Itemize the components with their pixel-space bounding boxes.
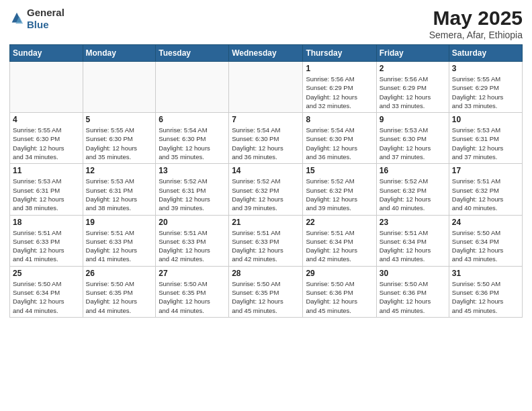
day-info: Sunrise: 5:55 AMSunset: 6:30 PMDaylight:… bbox=[86, 126, 153, 161]
calendar-cell: 3Sunrise: 5:55 AMSunset: 6:29 PMDaylight… bbox=[449, 62, 522, 113]
day-number: 30 bbox=[380, 269, 446, 278]
day-of-week-header: Saturday bbox=[449, 45, 522, 62]
day-number: 18 bbox=[13, 218, 80, 227]
calendar-week-row: 4Sunrise: 5:55 AMSunset: 6:30 PMDaylight… bbox=[10, 113, 523, 164]
subtitle: Semera, Afar, Ethiopia bbox=[429, 30, 523, 40]
day-info: Sunrise: 5:52 AMSunset: 6:31 PMDaylight:… bbox=[159, 177, 226, 212]
calendar-cell: 29Sunrise: 5:50 AMSunset: 6:36 PMDayligh… bbox=[303, 266, 376, 317]
day-number: 28 bbox=[232, 269, 300, 278]
day-info: Sunrise: 5:53 AMSunset: 6:31 PMDaylight:… bbox=[13, 177, 80, 212]
day-number: 2 bbox=[380, 64, 446, 73]
day-number: 14 bbox=[232, 166, 300, 175]
day-number: 17 bbox=[452, 166, 519, 175]
day-info: Sunrise: 5:51 AMSunset: 6:33 PMDaylight:… bbox=[13, 228, 80, 264]
day-info: Sunrise: 5:53 AMSunset: 6:31 PMDaylight:… bbox=[452, 126, 519, 161]
day-number: 16 bbox=[380, 166, 446, 175]
calendar-cell: 21Sunrise: 5:51 AMSunset: 6:33 PMDayligh… bbox=[229, 215, 303, 266]
calendar-cell: 12Sunrise: 5:53 AMSunset: 6:31 PMDayligh… bbox=[83, 164, 156, 215]
day-info: Sunrise: 5:50 AMSunset: 6:35 PMDaylight:… bbox=[232, 279, 300, 315]
calendar-cell bbox=[229, 62, 303, 113]
calendar-cell: 14Sunrise: 5:52 AMSunset: 6:32 PMDayligh… bbox=[229, 164, 303, 215]
calendar-week-row: 11Sunrise: 5:53 AMSunset: 6:31 PMDayligh… bbox=[10, 164, 523, 215]
day-number: 27 bbox=[159, 269, 226, 278]
main-title: May 2025 bbox=[429, 7, 523, 30]
day-info: Sunrise: 5:50 AMSunset: 6:35 PMDaylight:… bbox=[86, 279, 153, 315]
calendar-body: 1Sunrise: 5:56 AMSunset: 6:29 PMDaylight… bbox=[10, 62, 523, 318]
day-info: Sunrise: 5:52 AMSunset: 6:32 PMDaylight:… bbox=[306, 177, 373, 212]
calendar-cell: 1Sunrise: 5:56 AMSunset: 6:29 PMDaylight… bbox=[303, 62, 376, 113]
day-of-week-header: Sunday bbox=[10, 45, 83, 62]
logo: General Blue bbox=[9, 7, 64, 31]
header: General Blue May 2025 Semera, Afar, Ethi… bbox=[9, 7, 523, 40]
day-info: Sunrise: 5:56 AMSunset: 6:29 PMDaylight:… bbox=[306, 75, 373, 110]
logo-blue: Blue bbox=[27, 19, 49, 30]
day-number: 29 bbox=[306, 269, 373, 278]
logo-general: General bbox=[27, 7, 64, 18]
calendar-week-row: 1Sunrise: 5:56 AMSunset: 6:29 PMDaylight… bbox=[10, 62, 523, 113]
calendar-cell: 30Sunrise: 5:50 AMSunset: 6:36 PMDayligh… bbox=[376, 266, 449, 317]
day-info: Sunrise: 5:50 AMSunset: 6:36 PMDaylight:… bbox=[380, 279, 446, 315]
day-number: 8 bbox=[306, 115, 373, 124]
calendar-cell: 24Sunrise: 5:50 AMSunset: 6:34 PMDayligh… bbox=[449, 215, 522, 266]
calendar-cell: 16Sunrise: 5:52 AMSunset: 6:32 PMDayligh… bbox=[376, 164, 449, 215]
calendar-cell: 10Sunrise: 5:53 AMSunset: 6:31 PMDayligh… bbox=[449, 113, 522, 164]
calendar-week-row: 25Sunrise: 5:50 AMSunset: 6:34 PMDayligh… bbox=[10, 266, 523, 317]
calendar-cell: 22Sunrise: 5:51 AMSunset: 6:34 PMDayligh… bbox=[303, 215, 376, 266]
calendar-cell: 6Sunrise: 5:54 AMSunset: 6:30 PMDaylight… bbox=[156, 113, 229, 164]
day-number: 4 bbox=[13, 115, 80, 124]
calendar-cell: 7Sunrise: 5:54 AMSunset: 6:30 PMDaylight… bbox=[229, 113, 303, 164]
day-number: 15 bbox=[306, 166, 373, 175]
day-info: Sunrise: 5:50 AMSunset: 6:35 PMDaylight:… bbox=[159, 279, 226, 315]
day-info: Sunrise: 5:50 AMSunset: 6:36 PMDaylight:… bbox=[452, 279, 519, 315]
day-info: Sunrise: 5:50 AMSunset: 6:34 PMDaylight:… bbox=[452, 228, 519, 264]
day-of-week-header: Monday bbox=[83, 45, 156, 62]
calendar-cell: 26Sunrise: 5:50 AMSunset: 6:35 PMDayligh… bbox=[83, 266, 156, 317]
day-info: Sunrise: 5:50 AMSunset: 6:34 PMDaylight:… bbox=[13, 279, 80, 315]
day-info: Sunrise: 5:51 AMSunset: 6:32 PMDaylight:… bbox=[452, 177, 519, 212]
day-info: Sunrise: 5:51 AMSunset: 6:34 PMDaylight:… bbox=[380, 228, 446, 264]
title-block: May 2025 Semera, Afar, Ethiopia bbox=[429, 7, 523, 40]
day-number: 12 bbox=[86, 166, 153, 175]
day-of-week-header: Tuesday bbox=[156, 45, 229, 62]
day-number: 1 bbox=[306, 64, 373, 73]
calendar-cell: 5Sunrise: 5:55 AMSunset: 6:30 PMDaylight… bbox=[83, 113, 156, 164]
day-number: 24 bbox=[452, 218, 519, 227]
day-number: 23 bbox=[380, 218, 446, 227]
day-number: 11 bbox=[13, 166, 80, 175]
day-of-week-header: Wednesday bbox=[229, 45, 303, 62]
logo-icon bbox=[9, 11, 24, 26]
day-number: 10 bbox=[452, 115, 519, 124]
day-of-week-header: Friday bbox=[376, 45, 449, 62]
calendar-cell: 19Sunrise: 5:51 AMSunset: 6:33 PMDayligh… bbox=[83, 215, 156, 266]
day-number: 31 bbox=[452, 269, 519, 278]
calendar-cell: 4Sunrise: 5:55 AMSunset: 6:30 PMDaylight… bbox=[10, 113, 83, 164]
day-info: Sunrise: 5:55 AMSunset: 6:29 PMDaylight:… bbox=[452, 75, 519, 110]
day-number: 19 bbox=[86, 218, 153, 227]
day-info: Sunrise: 5:53 AMSunset: 6:30 PMDaylight:… bbox=[380, 126, 446, 161]
day-number: 13 bbox=[159, 166, 226, 175]
calendar-week-row: 18Sunrise: 5:51 AMSunset: 6:33 PMDayligh… bbox=[10, 215, 523, 266]
calendar-cell: 20Sunrise: 5:51 AMSunset: 6:33 PMDayligh… bbox=[156, 215, 229, 266]
calendar-cell: 31Sunrise: 5:50 AMSunset: 6:36 PMDayligh… bbox=[449, 266, 522, 317]
calendar-cell: 2Sunrise: 5:56 AMSunset: 6:29 PMDaylight… bbox=[376, 62, 449, 113]
day-number: 21 bbox=[232, 218, 300, 227]
calendar-cell: 18Sunrise: 5:51 AMSunset: 6:33 PMDayligh… bbox=[10, 215, 83, 266]
calendar-cell: 13Sunrise: 5:52 AMSunset: 6:31 PMDayligh… bbox=[156, 164, 229, 215]
day-info: Sunrise: 5:51 AMSunset: 6:33 PMDaylight:… bbox=[159, 228, 226, 264]
day-info: Sunrise: 5:51 AMSunset: 6:33 PMDaylight:… bbox=[232, 228, 300, 264]
day-info: Sunrise: 5:52 AMSunset: 6:32 PMDaylight:… bbox=[232, 177, 300, 212]
calendar-cell bbox=[156, 62, 229, 113]
day-info: Sunrise: 5:51 AMSunset: 6:34 PMDaylight:… bbox=[306, 228, 373, 264]
day-info: Sunrise: 5:51 AMSunset: 6:33 PMDaylight:… bbox=[86, 228, 153, 264]
calendar-cell: 8Sunrise: 5:54 AMSunset: 6:30 PMDaylight… bbox=[303, 113, 376, 164]
day-number: 25 bbox=[13, 269, 80, 278]
day-number: 20 bbox=[159, 218, 226, 227]
day-number: 6 bbox=[159, 115, 226, 124]
calendar-cell: 28Sunrise: 5:50 AMSunset: 6:35 PMDayligh… bbox=[229, 266, 303, 317]
day-number: 22 bbox=[306, 218, 373, 227]
days-of-week-row: SundayMondayTuesdayWednesdayThursdayFrid… bbox=[10, 45, 523, 62]
day-info: Sunrise: 5:50 AMSunset: 6:36 PMDaylight:… bbox=[306, 279, 373, 315]
calendar-cell: 17Sunrise: 5:51 AMSunset: 6:32 PMDayligh… bbox=[449, 164, 522, 215]
day-number: 9 bbox=[380, 115, 446, 124]
day-info: Sunrise: 5:52 AMSunset: 6:32 PMDaylight:… bbox=[380, 177, 446, 212]
